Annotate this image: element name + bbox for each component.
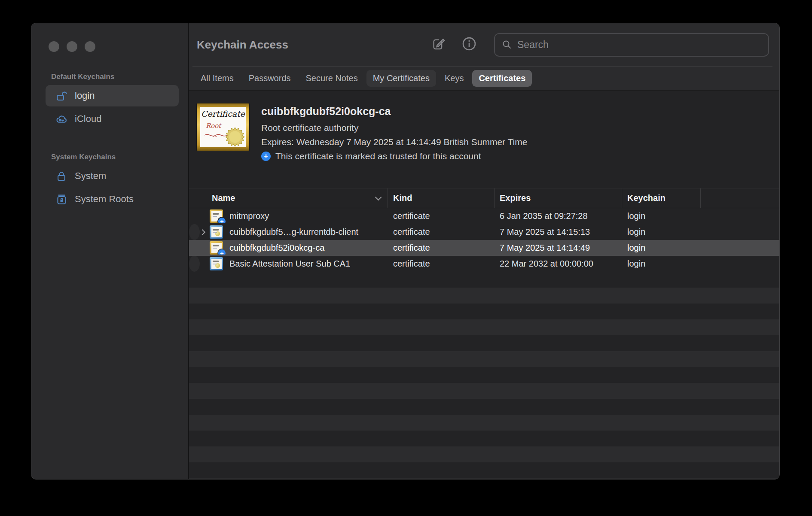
certificate-icon-word: Certificate: [200, 109, 246, 118]
tab-secure-notes[interactable]: Secure Notes: [299, 70, 364, 87]
row-keychain: login: [622, 243, 701, 253]
new-item-compose-icon[interactable]: [431, 36, 446, 53]
sidebar-section-default-keychains: Default Keychains: [51, 73, 179, 81]
column-header-keychain[interactable]: Keychain: [622, 188, 701, 208]
roots-vault-icon: [55, 193, 68, 206]
row-kind: certificate: [388, 243, 495, 253]
sidebar-item-label: login: [75, 90, 95, 101]
unlocked-padlock-icon: [55, 89, 68, 102]
table-row[interactable]: + mitmproxy certificate 6 Jan 2035 at 09…: [189, 208, 779, 224]
row-name: mitmproxy: [229, 211, 269, 221]
certificate-trust-status: This certificate is marked as trusted fo…: [275, 149, 481, 163]
row-expires: 22 Mar 2032 at 00:00:00: [495, 259, 622, 269]
sidebar: Default Keychains login iCloud System Ke…: [31, 23, 188, 479]
table-row-selected[interactable]: + cuibbfkgdubf52i0okcg-ca certificate 7 …: [189, 240, 779, 256]
sidebar-item-system[interactable]: System: [46, 165, 179, 187]
category-tab-bar: All Items Passwords Secure Notes My Cert…: [189, 66, 779, 90]
row-kind: certificate: [388, 227, 495, 237]
sort-chevron-down-icon: [375, 194, 382, 201]
column-header-expires[interactable]: Expires: [495, 188, 622, 208]
tab-keys[interactable]: Keys: [438, 70, 470, 87]
column-header-empty: [701, 188, 779, 208]
close-window-button[interactable]: [49, 41, 59, 52]
row-name: cuibbfkgdubf5…g-kurrentdb-client: [229, 227, 358, 237]
tab-certificates[interactable]: Certificates: [472, 70, 532, 87]
tab-passwords[interactable]: Passwords: [242, 70, 297, 87]
certificate-seal-icon: +: [210, 225, 223, 239]
row-name: Basic Attestation User Sub CA1: [229, 259, 350, 269]
row-name: cuibbfkgdubf52i0okcg-ca: [229, 243, 324, 253]
row-keychain: login: [622, 227, 701, 237]
certificate-expiry: Expires: Wednesday 7 May 2025 at 14:14:4…: [261, 135, 527, 149]
minimize-window-button[interactable]: [67, 41, 77, 52]
sidebar-item-icloud[interactable]: iCloud: [46, 108, 179, 130]
search-icon: [502, 39, 512, 50]
sidebar-item-login[interactable]: login: [46, 85, 179, 106]
zoom-window-button[interactable]: [85, 41, 95, 52]
sidebar-item-label: System: [75, 170, 106, 182]
row-keychain: login: [622, 259, 701, 269]
table-header: Name Kind Expires Keychain: [189, 188, 779, 208]
locked-padlock-icon: [55, 170, 68, 182]
keychain-access-window: Default Keychains login iCloud System Ke…: [31, 23, 780, 480]
row-keychain: login: [622, 211, 701, 221]
window-header: Keychain Access: [189, 23, 779, 91]
row-expires: 7 May 2025 at 14:14:49: [495, 243, 622, 253]
table-row[interactable]: + Basic Attestation User Sub CA1 certifi…: [189, 256, 200, 272]
root-certificate-icon: Certificate Root: [197, 103, 249, 151]
sidebar-item-system-roots[interactable]: System Roots: [46, 188, 179, 210]
info-icon[interactable]: [461, 36, 477, 53]
tab-all-items[interactable]: All Items: [194, 70, 240, 87]
flourish-ornament-icon: [204, 133, 228, 138]
certificate-seal-icon: +: [210, 257, 223, 270]
column-header-name[interactable]: Name: [189, 188, 388, 208]
table-row[interactable]: + cuibbfkgdubf5…g-kurrentdb-client certi…: [189, 224, 200, 240]
row-kind: certificate: [388, 259, 495, 269]
empty-rows-stripes: [189, 272, 779, 479]
certificate-icon-subword: Root: [206, 122, 221, 130]
sidebar-item-label: iCloud: [75, 113, 101, 124]
row-kind: certificate: [388, 211, 495, 221]
certificate-name: cuibbfkgdubf52i0okcg-ca: [261, 105, 527, 118]
sidebar-section-system-keychains: System Keychains: [51, 153, 179, 161]
main-panel: Keychain Access: [188, 23, 779, 479]
search-field[interactable]: [494, 33, 769, 57]
window-controls: [49, 41, 179, 52]
tab-my-certificates[interactable]: My Certificates: [366, 70, 436, 87]
window-title: Keychain Access: [197, 38, 288, 52]
gold-seal-icon: [225, 127, 245, 147]
certificate-add-badge-icon: +: [210, 209, 223, 223]
sidebar-item-label: System Roots: [75, 194, 134, 205]
column-header-kind[interactable]: Kind: [388, 188, 495, 208]
trusted-plus-badge-icon: +: [261, 152, 271, 161]
row-expires: 6 Jan 2035 at 09:27:28: [495, 211, 622, 221]
certificate-detail-header: Certificate Root cuibbfkgdubf52i0okcg-ca…: [189, 91, 779, 188]
title-bar: Keychain Access: [189, 23, 779, 66]
cloud-key-icon: [55, 112, 68, 125]
disclosure-chevron-icon[interactable]: [199, 230, 210, 234]
search-input[interactable]: [517, 39, 761, 51]
row-expires: 7 May 2025 at 14:15:13: [495, 227, 622, 237]
certificate-add-badge-icon: +: [210, 241, 223, 255]
certificate-kind: Root certificate authority: [261, 121, 527, 135]
